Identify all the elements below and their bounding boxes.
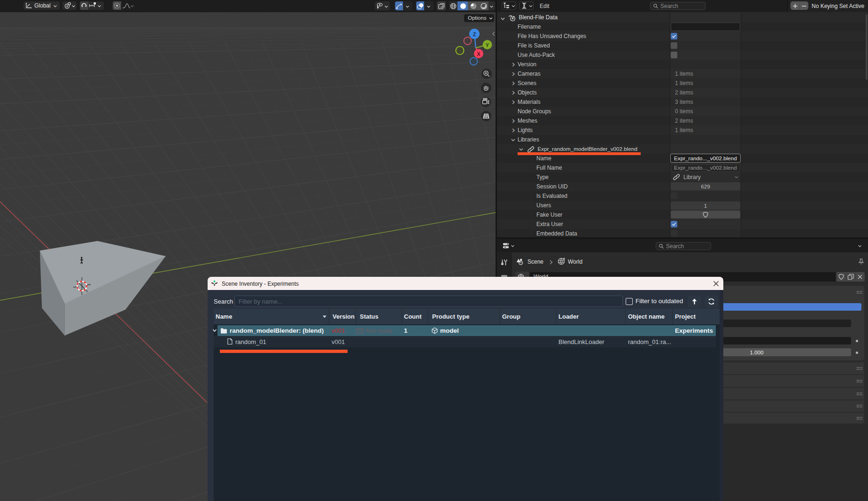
svg-text:Z: Z [473,31,476,37]
svg-text:Y: Y [486,42,489,48]
svg-text:X: X [477,51,480,57]
